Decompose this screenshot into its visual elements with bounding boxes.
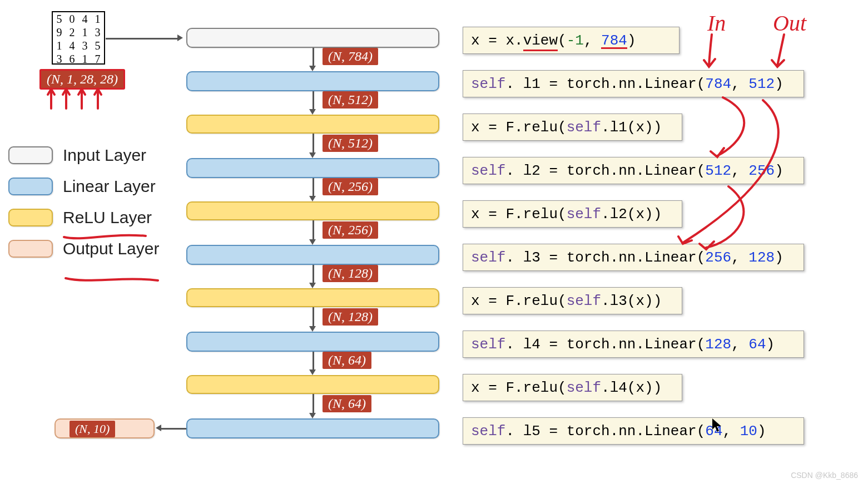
arrow-head-icon bbox=[309, 66, 316, 71]
legend-relu: ReLU Layer bbox=[8, 208, 170, 227]
code-arg: 784 bbox=[705, 76, 731, 92]
code-text: , bbox=[723, 423, 740, 440]
digit-cell: 9 bbox=[53, 26, 66, 39]
arrow-head-icon bbox=[309, 152, 316, 158]
layer-linear3 bbox=[186, 245, 439, 265]
code-text: x = F.relu( bbox=[471, 293, 567, 309]
layer-linear5 bbox=[186, 418, 439, 438]
code-view: x = x.view(-1, 784) bbox=[463, 27, 679, 54]
digit-cell: 2 bbox=[66, 26, 78, 39]
code-self: self bbox=[471, 162, 505, 179]
code-text: . l3 = torch.nn.Linear( bbox=[505, 249, 705, 266]
arrow-head-icon bbox=[309, 196, 316, 201]
code-l3: self. l3 = torch.nn.Linear(256, 128) bbox=[463, 244, 804, 271]
code-l1: self. l1 = torch.nn.Linear(784, 512) bbox=[463, 70, 804, 97]
code-text: ) bbox=[775, 162, 783, 179]
arrow-head-icon bbox=[309, 326, 316, 332]
digit-cell: 1 bbox=[78, 26, 91, 39]
code-relu2: x = F.relu(self.l2(x)) bbox=[463, 200, 682, 228]
shape-tag: (N, 128) bbox=[323, 308, 378, 326]
code-text: , bbox=[731, 336, 748, 353]
arrow-head-icon bbox=[309, 239, 316, 245]
code-self: self bbox=[471, 249, 505, 266]
arrow-head-icon bbox=[309, 413, 316, 418]
arrow-head-icon bbox=[177, 34, 183, 41]
code-self: self bbox=[471, 76, 505, 92]
code-text: x = x. bbox=[471, 32, 523, 49]
hand-label-out: Out bbox=[773, 11, 807, 36]
arrow-down bbox=[313, 134, 314, 154]
legend-label: Input Layer bbox=[63, 146, 146, 165]
code-arg: -1 bbox=[567, 32, 584, 49]
legend-label: Output Layer bbox=[63, 239, 159, 258]
code-text: .l2(x)) bbox=[601, 206, 662, 223]
digit-cell: 1 bbox=[78, 52, 91, 66]
code-text: ) bbox=[766, 336, 775, 353]
watermark: CSDN @Kkb_8686 bbox=[791, 471, 858, 480]
code-text: .l4(x)) bbox=[601, 379, 662, 396]
code-text: .l3(x)) bbox=[601, 293, 662, 309]
arrow-down bbox=[313, 220, 314, 240]
shape-tag: (N, 64) bbox=[323, 395, 371, 412]
code-self: self bbox=[471, 336, 505, 353]
legend-linear: Linear Layer bbox=[8, 177, 170, 196]
layer-relu4 bbox=[186, 375, 439, 394]
legend-label: Linear Layer bbox=[63, 177, 156, 196]
output-shape-tag: (N, 10) bbox=[70, 421, 115, 437]
code-text: x = F.relu( bbox=[471, 379, 567, 396]
layer-linear1 bbox=[186, 71, 439, 91]
shape-tag: (N, 512) bbox=[323, 91, 378, 109]
shape-tag: (N, 784) bbox=[323, 48, 378, 65]
digit-cell: 5 bbox=[91, 39, 104, 52]
code-text: . l2 = torch.nn.Linear( bbox=[505, 162, 705, 179]
code-arg: 64 bbox=[748, 336, 766, 353]
code-l5: self. l5 = torch.nn.Linear(64, 10) bbox=[463, 417, 804, 445]
layer-relu2 bbox=[186, 201, 439, 220]
arrow-down bbox=[313, 48, 314, 67]
shape-tag: (N, 256) bbox=[323, 178, 378, 195]
digit-cell: 3 bbox=[78, 39, 91, 52]
code-l4: self. l4 = torch.nn.Linear(128, 64) bbox=[463, 331, 804, 358]
arrow-head-icon bbox=[156, 425, 161, 431]
code-text: , bbox=[731, 162, 748, 179]
digit-cell: 3 bbox=[53, 52, 66, 66]
arrow-down bbox=[313, 352, 314, 371]
arrow-down bbox=[313, 91, 314, 110]
arrow-down bbox=[313, 307, 314, 327]
arrow-input-to-layer bbox=[106, 38, 178, 40]
code-arg: 512 bbox=[705, 162, 731, 179]
shape-tag: (N, 512) bbox=[323, 135, 378, 152]
shape-tag: (N, 256) bbox=[323, 221, 378, 239]
digit-cell: 5 bbox=[53, 12, 66, 26]
digit-cell: 3 bbox=[91, 26, 104, 39]
code-arg: 128 bbox=[748, 249, 775, 266]
code-arg: 10 bbox=[740, 423, 757, 440]
code-arg: 256 bbox=[748, 162, 775, 179]
code-text: . l4 = torch.nn.Linear( bbox=[505, 336, 705, 353]
shape-tag: (N, 64) bbox=[323, 352, 371, 369]
arrow-to-output bbox=[161, 428, 186, 430]
code-text: ) bbox=[775, 76, 783, 92]
layer-input bbox=[186, 28, 439, 48]
code-self: self bbox=[567, 379, 601, 396]
code-text: . l5 = torch.nn.Linear( bbox=[505, 423, 705, 440]
input-image-digits: 5 0 4 1 9 2 1 3 1 4 3 5 3 6 1 7 bbox=[52, 11, 105, 65]
digit-cell: 6 bbox=[66, 52, 78, 66]
code-text: ) bbox=[757, 423, 766, 440]
digit-cell: 7 bbox=[91, 52, 104, 66]
code-relu3: x = F.relu(self.l3(x)) bbox=[463, 287, 682, 314]
legend-label: ReLU Layer bbox=[63, 208, 152, 227]
arrow-down bbox=[313, 178, 314, 197]
code-text: ( bbox=[558, 32, 567, 49]
digit-cell: 1 bbox=[53, 39, 66, 52]
code-l2: self. l2 = torch.nn.Linear(512, 256) bbox=[463, 157, 804, 184]
layer-linear2 bbox=[186, 158, 439, 178]
layer-relu1 bbox=[186, 115, 439, 134]
digit-cell: 0 bbox=[66, 12, 78, 26]
layer-linear4 bbox=[186, 332, 439, 352]
hand-label-in: In bbox=[707, 11, 726, 36]
code-fn-view: view bbox=[523, 32, 558, 51]
code-arg: 784 bbox=[601, 32, 627, 49]
code-text: , bbox=[731, 249, 748, 266]
arrow-head-icon bbox=[309, 109, 316, 115]
